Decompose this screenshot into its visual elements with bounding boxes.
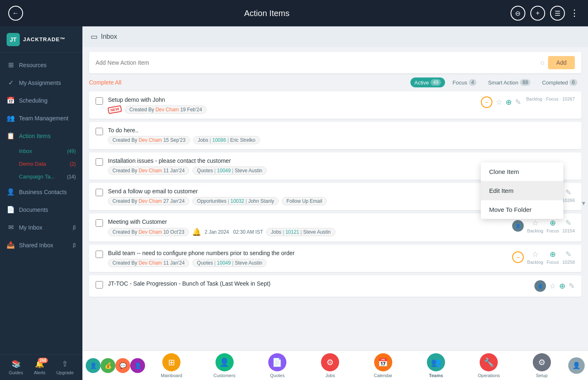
item-content-5: Meeting with Customer Created By Dev Cha…	[108, 218, 504, 237]
star-icon-6[interactable]: ☆	[532, 250, 539, 259]
item-content-2: To do here.. Created By Dev Cham 15 Sep'…	[108, 127, 575, 144]
item-title-4: Send a follow up email to customer	[108, 188, 504, 195]
job-link-5[interactable]: 10121	[286, 229, 299, 235]
logo-text: JACKTRADE™	[23, 36, 66, 42]
focus-icon-6[interactable]: ⊕	[550, 250, 556, 259]
user-avatar-4[interactable]: 👤	[130, 358, 145, 373]
sidebar-item-scheduling[interactable]: 📅 Scheduling	[0, 91, 82, 109]
id-label-6: 10258	[562, 260, 575, 265]
sidebar-item-resources[interactable]: ⊞ Resources	[0, 56, 82, 74]
sidebar-label-business-contacts: Business Contacts	[19, 189, 67, 195]
filters-bar: Complete All Active 49 Focus 4 Smart Act…	[82, 73, 588, 91]
quote-link-3[interactable]: 10049	[217, 168, 231, 174]
edit-icon-4[interactable]: ✎	[565, 188, 572, 197]
sidebar-item-documents[interactable]: 📄 Documents	[0, 201, 82, 218]
context-menu: Clone Item Edit Item Move To Folder	[481, 162, 563, 219]
user-avatar-1[interactable]: 👤	[86, 358, 101, 373]
status-btn-1[interactable]: −	[481, 96, 492, 108]
nav-item-mainboard[interactable]: ⊞ Mainboard	[145, 353, 198, 378]
demo-data-badge: (2)	[70, 161, 76, 167]
mainboard-label: Mainboard	[161, 373, 182, 378]
opp-link-4[interactable]: 10032	[230, 198, 244, 204]
clone-item-button[interactable]: Clone Item	[481, 162, 563, 181]
quote-link-6[interactable]: 10049	[217, 260, 231, 266]
filter-tab-active[interactable]: Active 49	[410, 77, 445, 87]
item-checkbox-4[interactable]	[96, 189, 103, 196]
focus-icon-7[interactable]: ⊕	[559, 281, 565, 291]
star-icon-7[interactable]: ☆	[549, 281, 556, 291]
edit-icon-1[interactable]: ✎	[515, 98, 521, 107]
item-checkbox-1[interactable]	[96, 97, 103, 105]
item-checkbox-5[interactable]	[96, 219, 103, 227]
item-checkbox-2[interactable]	[96, 128, 103, 135]
action-col-star-1: ☆	[496, 98, 502, 107]
back-button[interactable]: ←	[8, 6, 23, 21]
item-checkbox-3[interactable]	[96, 158, 103, 166]
edit-item-button[interactable]: Edit Item	[481, 181, 563, 200]
user-avatar-2[interactable]: 💰	[101, 358, 115, 373]
add-item-input[interactable]	[96, 59, 537, 66]
upgrade-button[interactable]: ⇧ Upgrade	[56, 359, 74, 375]
filter-icon[interactable]: ⊖	[511, 6, 525, 21]
focus-icon-5[interactable]: ⊕	[550, 218, 556, 228]
nav-item-jobs[interactable]: ⚙ Jobs	[304, 353, 356, 378]
move-to-folder-button[interactable]: Move To Folder	[481, 200, 563, 219]
nav-item-setup[interactable]: ⚙ Setup	[515, 353, 568, 378]
user-avatar-3[interactable]: 💬	[115, 358, 130, 373]
edit-icon-5[interactable]: ✎	[565, 218, 572, 228]
sidebar-item-my-inbox[interactable]: ✉ My Inbox β	[0, 218, 82, 236]
focus-tab-label: Focus	[452, 80, 467, 86]
nav-item-quotes[interactable]: 📄 Quotes	[251, 353, 304, 378]
teams-icon: 👥	[427, 353, 445, 371]
meta-tag-quote-6: Quotes | 10049 | Steve Austin	[192, 259, 267, 267]
guides-button[interactable]: 📚 Guides	[9, 359, 23, 375]
item-title-7: JT-TOC - Sale Progression - Bunch of Tas…	[108, 280, 526, 287]
nav-item-operations[interactable]: 🔧 Operations	[462, 353, 515, 378]
meta-tag-job-5: Jobs | 10121 | Steve Austin	[266, 228, 335, 236]
filter-tab-completed[interactable]: Completed 6	[538, 77, 581, 87]
demo-data-label: Demo Data	[19, 161, 46, 167]
inbox-header-icon: ▭	[91, 32, 98, 41]
alerts-button[interactable]: 🔔 268 Alerts	[34, 359, 45, 375]
creator-3: Dev Cham	[138, 168, 162, 174]
nav-item-calendar[interactable]: 📅 Calendar	[357, 353, 410, 378]
status-btn-6[interactable]: −	[512, 251, 524, 263]
dots-menu[interactable]: ⋮	[570, 8, 580, 19]
add-button[interactable]: Add	[548, 56, 575, 69]
filter-tab-smart-action[interactable]: Smart Action 88	[484, 77, 534, 87]
menu-icon[interactable]: ☰	[550, 6, 565, 21]
business-contacts-icon: 👤	[7, 188, 15, 196]
team-icon: 👥	[7, 114, 15, 122]
star-icon-5[interactable]: ☆	[532, 218, 539, 228]
sidebar-item-team-management[interactable]: 👥 Team Management	[0, 109, 82, 127]
sidebar-sub-demo-data[interactable]: Demo Data (2)	[0, 157, 82, 170]
item-title-2: To do here..	[108, 127, 575, 134]
sidebar-sub-inbox[interactable]: Inbox (49)	[0, 145, 82, 157]
nav-item-customers[interactable]: 👤 Customers	[198, 353, 251, 378]
add-icon[interactable]: +	[530, 6, 545, 21]
sidebar-item-action-items[interactable]: 📋 Action Items	[0, 127, 82, 145]
item-checkbox-6[interactable]	[96, 251, 103, 258]
scroll-arrow: ▼	[581, 200, 586, 206]
user-profile-avatar[interactable]: 👤	[568, 357, 585, 374]
filter-tab-focus[interactable]: Focus 4	[448, 77, 480, 87]
sidebar-item-my-assignments[interactable]: ✓ My Assignments	[0, 74, 82, 91]
sidebar-item-shared-inbox[interactable]: 📥 Shared Inbox β	[0, 236, 82, 254]
edit-icon-7[interactable]: ✎	[569, 281, 575, 291]
id-label-4: 10266	[562, 198, 575, 203]
backlog-label-5: Backlog	[527, 228, 543, 233]
sidebar-sub-campaign[interactable]: Campaign Ta... (14)	[0, 170, 82, 183]
item-checkbox-7[interactable]	[96, 281, 103, 289]
sidebar-item-business-contacts[interactable]: 👤 Business Contacts	[0, 183, 82, 201]
alerts-label: Alerts	[34, 370, 45, 375]
job-link-2[interactable]: 10086	[212, 137, 226, 143]
nav-item-teams[interactable]: 👥 Teams	[410, 353, 462, 378]
star-icon-1[interactable]: ☆	[496, 98, 502, 107]
id-icon-1[interactable]: ⊕	[506, 98, 512, 107]
edit-icon-6[interactable]: ✎	[565, 250, 572, 259]
sidebar-label-documents: Documents	[19, 206, 48, 213]
complete-all-button[interactable]: Complete All	[89, 79, 122, 86]
action-col-star-5: ☆ Backlog	[527, 218, 543, 233]
action-col-edit-1: ✎	[515, 98, 521, 107]
item-title-1: Setup demo with John	[108, 96, 473, 103]
